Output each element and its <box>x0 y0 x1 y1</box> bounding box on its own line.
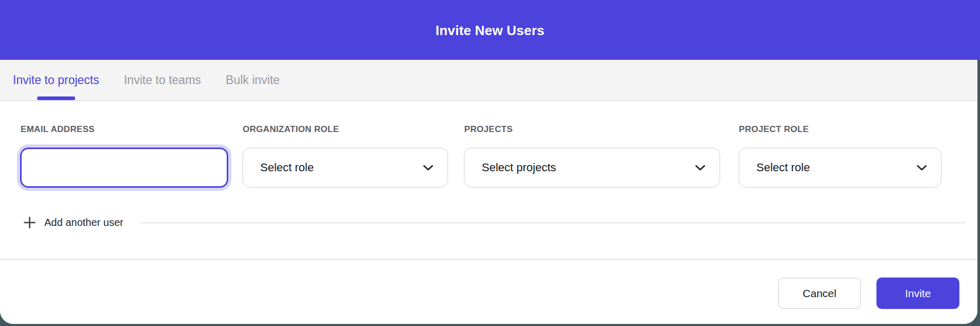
email-address-label: EMAIL ADDRESS <box>21 124 228 135</box>
tab-invite-to-teams[interactable]: Invite to teams <box>124 60 201 100</box>
tab-bar: Invite to projects Invite to teams Bulk … <box>0 60 977 101</box>
projects-field-group: PROJECTS Select projects <box>464 124 720 188</box>
dialog-header: Invite New Users <box>0 0 980 60</box>
chevron-down-icon <box>695 164 706 171</box>
tab-bulk-invite[interactable]: Bulk invite <box>226 60 280 100</box>
project-role-selected-value: Select role <box>756 161 810 174</box>
email-input[interactable] <box>20 148 228 188</box>
page-background: { "colors": { "accent": "#4c43dd", "page… <box>0 0 980 326</box>
projects-select[interactable]: Select projects <box>464 148 720 188</box>
tab-label: Invite to projects <box>13 73 99 87</box>
tab-label: Bulk invite <box>226 73 280 87</box>
email-field-group: EMAIL ADDRESS <box>20 124 228 188</box>
dialog-title: Invite New Users <box>435 22 544 39</box>
tab-invite-to-projects[interactable]: Invite to projects <box>13 60 99 100</box>
chevron-down-icon <box>423 164 434 171</box>
horizontal-divider <box>140 222 966 223</box>
invite-button[interactable]: Invite <box>876 278 959 309</box>
dialog-footer: Cancel Invite <box>0 259 977 324</box>
invite-dialog: Invite to projects Invite to teams Bulk … <box>0 60 977 324</box>
add-another-user-button[interactable]: Add another user <box>24 217 123 229</box>
organization-role-select[interactable]: Select role <box>242 148 448 188</box>
add-another-user-row: Add another user <box>24 217 966 229</box>
projects-selected-value: Select projects <box>482 161 556 174</box>
organization-role-label: ORGANIZATION ROLE <box>243 124 448 135</box>
add-another-user-label: Add another user <box>44 217 123 229</box>
project-role-select[interactable]: Select role <box>738 148 942 188</box>
cancel-button[interactable]: Cancel <box>778 278 861 309</box>
organization-role-field-group: ORGANIZATION ROLE Select role <box>242 124 448 188</box>
active-tab-underline <box>37 96 75 100</box>
organization-role-selected-value: Select role <box>260 161 314 174</box>
project-role-field-group: PROJECT ROLE Select role <box>738 124 942 188</box>
projects-label: PROJECTS <box>464 124 720 135</box>
tab-label: Invite to teams <box>124 73 201 87</box>
chevron-down-icon <box>916 164 927 171</box>
plus-icon <box>24 217 36 229</box>
dialog-content: EMAIL ADDRESS ORGANIZATION ROLE Select r… <box>0 101 977 324</box>
project-role-label: PROJECT ROLE <box>739 124 942 135</box>
